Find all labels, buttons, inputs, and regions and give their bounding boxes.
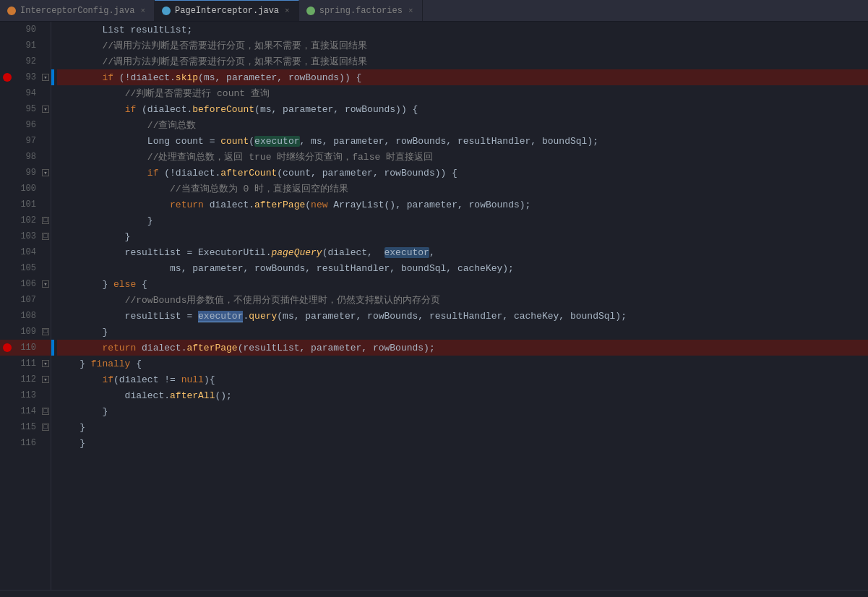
code-text-94: //判断是否需要进行 count 查询 — [57, 87, 270, 100]
tab-icon-interceptor-config — [7, 7, 16, 15]
gutter-row-106: 106 ▾ — [0, 276, 51, 292]
code-content[interactable]: List resultList; //调用方法判断是否需要进行分页，如果不需要，… — [51, 22, 868, 590]
code-text-106: } else { — [57, 279, 147, 290]
breakpoint-zone-93[interactable] — [0, 73, 14, 82]
fold-marker-93[interactable]: ▾ — [42, 74, 49, 81]
gutter-row-104: 104 — [0, 244, 51, 260]
tab-label-spring-factories: spring.factories — [319, 6, 403, 16]
line-num-102: 102 — [14, 215, 40, 226]
tab-close-interceptor-config[interactable]: × — [139, 6, 147, 16]
fold-zone-95[interactable]: ▾ — [40, 106, 51, 113]
line-num-112: 112 — [14, 374, 40, 385]
fold-marker-109[interactable]: □ — [42, 328, 49, 335]
code-line-109: } — [57, 324, 868, 340]
code-line-107: //rowBounds用参数值，不使用分页插件处理时，仍然支持默认的内存分页 — [57, 292, 868, 308]
line-num-101: 101 — [14, 199, 40, 210]
line-num-111: 111 — [14, 358, 40, 369]
code-line-116: } — [57, 435, 868, 451]
code-line-94: //判断是否需要进行 count 查询 — [57, 85, 868, 101]
tab-page-interceptor[interactable]: PageInterceptor.java × — [155, 0, 299, 22]
gutter-row-109: 109 □ — [0, 324, 51, 340]
code-line-115: } — [57, 419, 868, 435]
line-num-100: 100 — [14, 184, 40, 194]
code-text-91: //调用方法判断是否需要进行分页，如果不需要，直接返回结果 — [57, 39, 367, 52]
gutter-row-94: 94 — [0, 85, 51, 101]
fold-marker-95[interactable]: ▾ — [42, 106, 49, 113]
fold-marker-112[interactable]: ▾ — [42, 376, 49, 383]
code-line-95: if (dialect.beforeCount(ms, parameter, r… — [57, 101, 868, 117]
line-num-98: 98 — [14, 152, 40, 162]
fold-marker-103[interactable]: □ — [42, 233, 49, 240]
code-text-90: List resultList; — [57, 25, 192, 35]
line-num-94: 94 — [14, 88, 40, 98]
app-container: InterceptorConfig.java × PageInterceptor… — [0, 0, 868, 597]
code-text-100: //当查询总数为 0 时，直接返回空的结果 — [57, 182, 348, 195]
code-line-102: } — [57, 212, 868, 228]
line-num-116: 116 — [14, 438, 40, 448]
fold-zone-115[interactable]: □ — [40, 424, 51, 431]
fold-marker-99[interactable]: ▾ — [42, 169, 49, 176]
fold-zone-103[interactable]: □ — [40, 233, 51, 240]
code-line-104: resultList = ExecutorUtil.pageQuery(dial… — [57, 244, 868, 260]
code-text-101: return dialect.afterPage(new ArrayList()… — [57, 199, 530, 210]
fold-marker-102[interactable]: □ — [42, 217, 49, 224]
code-text-96: //查询总数 — [57, 119, 196, 132]
breakpoint-110 — [3, 343, 12, 352]
code-text-95: if (dialect.beforeCount(ms, parameter, r… — [57, 104, 418, 115]
gutter-row-113: 113 — [0, 387, 51, 403]
gutter-row-101: 101 — [0, 197, 51, 212]
tab-label-interceptor-config: InterceptorConfig.java — [20, 6, 134, 16]
code-text-98: //处理查询总数，返回 true 时继续分页查询，false 时直接返回 — [57, 150, 433, 163]
fold-zone-99[interactable]: ▾ — [40, 169, 51, 176]
editor: 90 91 92 — [0, 22, 868, 597]
line-num-91: 91 — [14, 40, 40, 51]
fold-zone-111[interactable]: ▾ — [40, 360, 51, 367]
fold-marker-115[interactable]: □ — [42, 424, 49, 431]
fold-zone-102[interactable]: □ — [40, 217, 51, 224]
gutter: 90 91 92 — [0, 22, 51, 590]
code-line-90: List resultList; — [57, 22, 868, 38]
line-num-105: 105 — [14, 263, 40, 273]
gutter-row-102: 102 □ — [0, 212, 51, 228]
gutter-row-91: 91 — [0, 38, 51, 53]
fold-zone-106[interactable]: ▾ — [40, 280, 51, 288]
tab-interceptor-config[interactable]: InterceptorConfig.java × — [0, 0, 155, 22]
line-num-113: 113 — [14, 390, 40, 400]
code-area[interactable]: 90 91 92 — [0, 22, 868, 590]
gutter-row-93: 93 ▾ — [0, 69, 51, 85]
code-line-99: if (!dialect.afterCount(count, parameter… — [57, 165, 868, 181]
fold-zone-109[interactable]: □ — [40, 328, 51, 335]
horizontal-scrollbar[interactable] — [0, 590, 868, 597]
code-text-110: return dialect.afterPage(resultList, par… — [57, 343, 435, 353]
code-line-113: dialect.afterAll(); — [57, 387, 868, 403]
code-line-93: if (!dialect.skip(ms, parameter, rowBoun… — [57, 69, 868, 85]
code-line-98: //处理查询总数，返回 true 时继续分页查询，false 时直接返回 — [57, 149, 868, 165]
line-num-107: 107 — [14, 295, 40, 305]
tab-spring-factories[interactable]: spring.factories × — [299, 0, 423, 22]
fold-marker-111[interactable]: ▾ — [42, 360, 49, 367]
tab-close-spring-factories[interactable]: × — [407, 6, 415, 16]
line-num-95: 95 — [14, 104, 40, 114]
breakpoint-zone-110[interactable] — [0, 343, 14, 352]
code-line-101: return dialect.afterPage(new ArrayList()… — [57, 197, 868, 212]
gutter-row-103: 103 □ — [0, 228, 51, 244]
tab-close-page-interceptor[interactable]: × — [283, 6, 291, 16]
line-num-99: 99 — [14, 168, 40, 178]
fold-marker-106[interactable]: ▾ — [42, 280, 49, 288]
fold-zone-114[interactable]: □ — [40, 408, 51, 415]
gutter-row-110: 110 — [0, 340, 51, 356]
line-num-96: 96 — [14, 120, 40, 130]
fold-zone-112[interactable]: ▾ — [40, 376, 51, 383]
tab-label-page-interceptor: PageInterceptor.java — [175, 6, 279, 16]
code-line-103: } — [57, 228, 868, 244]
code-line-105: ms, parameter, rowBounds, resultHandler,… — [57, 260, 868, 276]
code-text-116: } — [57, 438, 85, 449]
line-num-114: 114 — [14, 406, 40, 416]
fold-marker-114[interactable]: □ — [42, 408, 49, 415]
code-text-103: } — [57, 231, 130, 242]
tab-icon-page-interceptor — [162, 7, 171, 15]
fold-zone-93[interactable]: ▾ — [40, 74, 51, 81]
code-line-114: } — [57, 403, 868, 419]
code-text-92: //调用方法判断是否需要进行分页，如果不需要，直接返回结果 — [57, 55, 367, 68]
gutter-row-95: 95 ▾ — [0, 101, 51, 117]
